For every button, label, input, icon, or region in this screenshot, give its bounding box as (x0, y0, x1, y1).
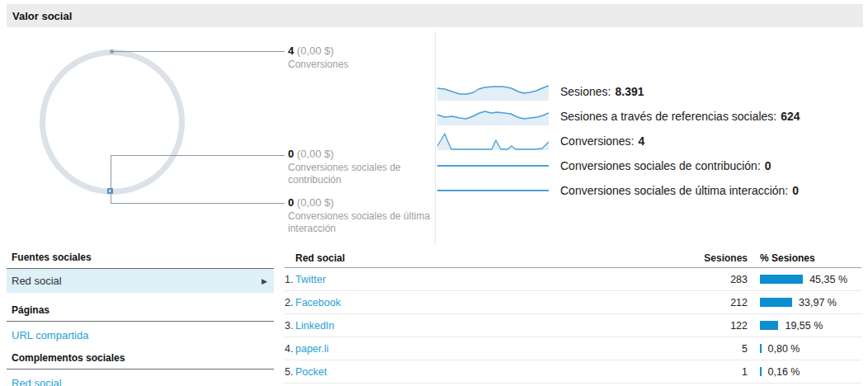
table-header-row: Red social Sesiones % Sesiones (285, 249, 861, 268)
sessions-value: 283 (665, 274, 748, 285)
callout-last-interaction-conversions: 0 (0,00 $) Conversiones sociales de últi… (288, 196, 435, 235)
callout-value: 0 (288, 148, 294, 160)
callout-value: 0 (288, 196, 294, 209)
metric-last-interaction-conversions: Conversiones sociales de última interacc… (437, 178, 800, 203)
percentage-bar (760, 275, 803, 284)
percentage-label: 33,97 % (799, 297, 837, 308)
report-nav-sidebar: Fuentes sociales Red social ▶ Páginas UR… (7, 248, 274, 386)
sparkline-chart (437, 132, 549, 150)
table-row: 3. LinkedIn 122 19,55 % (285, 314, 861, 337)
callout-line (111, 155, 111, 204)
column-header-sesiones[interactable]: Sesiones (665, 252, 748, 264)
sidebar-header-complementos-sociales: Complementos sociales (7, 349, 274, 370)
section-header: Valor social (7, 4, 863, 27)
percentage-label: 45,35 % (809, 274, 847, 285)
row-rank: 2. (285, 297, 295, 308)
callout-desc: Conversiones sociales de última interacc… (288, 210, 435, 235)
sessions-value: 1 (665, 366, 748, 378)
table-row: 1. Twitter 283 45,35 % (285, 268, 861, 291)
callout-desc: Conversiones (288, 59, 435, 71)
sidebar-item-red-social[interactable]: Red social (7, 370, 274, 386)
row-rank: 4. (285, 343, 295, 355)
sidebar-item-label: Red social (12, 275, 62, 287)
sessions-value: 212 (665, 297, 748, 308)
percentage-bar (760, 321, 778, 330)
sessions-value: 122 (665, 320, 748, 332)
callout-money: (0,00 $) (297, 148, 334, 160)
social-value-report: Valor social 4 (0,00 $) Conversiones 0 (… (0, 0, 868, 386)
vertical-divider (435, 31, 436, 244)
metric-assisted-conversions: Conversiones sociales de contribución:0 (437, 153, 800, 178)
page-title: Valor social (7, 10, 72, 22)
link-facebook[interactable]: Facebook (295, 297, 665, 308)
row-rank: 3. (285, 320, 295, 332)
link-linkedin[interactable]: LinkedIn (295, 320, 665, 332)
metric-label: Sesiones:8.391 (560, 85, 644, 98)
sidebar-item-red-social-selected[interactable]: Red social ▶ (7, 269, 274, 293)
metric-label: Conversiones sociales de última interacc… (560, 184, 799, 197)
callout-conversions: 4 (0,00 $) Conversiones (288, 45, 435, 71)
link-twitter[interactable]: Twitter (295, 274, 665, 285)
percentage-label: 0,80 % (768, 343, 800, 355)
chevron-right-icon: ▶ (262, 277, 267, 285)
sparkline-chart (437, 181, 549, 200)
callout-line (113, 51, 285, 52)
callout-assisted-conversions: 0 (0,00 $) Conversiones sociales de cont… (288, 148, 435, 186)
sparkline-chart (437, 157, 549, 175)
metrics-panel: Sesiones:8.391 Sesiones a través de refe… (437, 79, 800, 203)
sessions-value: 5 (665, 343, 748, 355)
conversions-donut-chart (40, 49, 185, 195)
percentage-bar (760, 344, 762, 353)
callout-line (111, 203, 285, 204)
metric-sessions: Sesiones:8.391 (437, 79, 800, 104)
metric-label: Conversiones sociales de contribución:0 (560, 159, 771, 172)
callout-desc: Conversiones sociales de contribución (288, 162, 435, 186)
table-row: 4. paper.li 5 0,80 % (285, 337, 861, 360)
sparkline-chart (437, 82, 549, 101)
metric-conversions: Conversiones:4 (437, 129, 800, 153)
metric-label: Conversiones:4 (560, 134, 644, 148)
row-rank: 1. (285, 274, 295, 285)
sidebar-item-url-compartida[interactable]: URL compartida (7, 322, 274, 349)
sidebar-header-fuentes-sociales: Fuentes sociales (7, 248, 274, 269)
callout-value: 4 (288, 45, 294, 57)
percentage-bar (760, 367, 762, 376)
callout-line (111, 155, 285, 156)
sparkline-chart (437, 107, 549, 125)
callout-money: (0,00 $) (297, 45, 334, 57)
column-header-red-social[interactable]: Red social (285, 252, 665, 264)
table-row: 2. Facebook 212 33,97 % (285, 291, 861, 314)
sidebar-header-paginas: Páginas (7, 301, 274, 322)
metric-label: Sesiones a través de referencias sociale… (560, 110, 800, 123)
social-network-table: Red social Sesiones % Sesiones 1. Twitte… (285, 249, 861, 384)
column-header-pct-sesiones[interactable]: % Sesiones (748, 252, 861, 264)
percentage-label: 0,16 % (768, 366, 800, 378)
percentage-label: 19,55 % (785, 320, 823, 332)
percentage-bar (760, 298, 792, 307)
row-rank: 5. (285, 366, 295, 378)
link-pocket[interactable]: Pocket (295, 366, 665, 378)
table-row: 5. Pocket 1 0,16 % (285, 360, 861, 384)
metric-social-referral-sessions: Sesiones a través de referencias sociale… (437, 104, 800, 129)
link-paper-li[interactable]: paper.li (295, 343, 665, 355)
callout-money: (0,00 $) (297, 196, 334, 209)
